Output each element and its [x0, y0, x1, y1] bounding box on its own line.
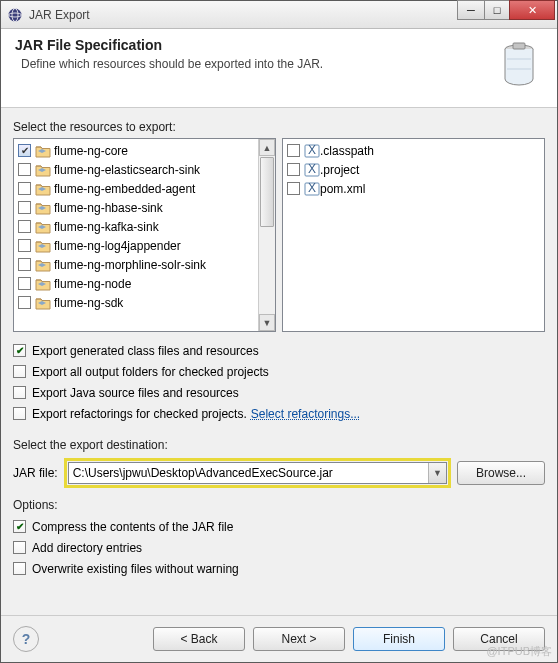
list-checkbox[interactable] [287, 163, 300, 176]
tree-item-label: flume-ng-node [54, 277, 131, 291]
jar-file-combo[interactable]: ▼ [68, 462, 447, 484]
options-label: Options: [13, 498, 545, 512]
jar-icon [495, 37, 543, 93]
select-refactorings-link[interactable]: Select refactorings... [251, 407, 360, 421]
list-item-label: .project [320, 163, 359, 177]
option-row: Export Java source files and resources [13, 382, 545, 403]
next-button[interactable]: Next > [253, 627, 345, 651]
option-label: Overwrite existing files without warning [32, 562, 239, 576]
svg-text:X: X [308, 163, 316, 176]
scroll-down[interactable]: ▼ [259, 314, 275, 331]
scrollbar[interactable]: ▲ ▼ [258, 139, 275, 331]
option-row: Export generated class files and resourc… [13, 340, 545, 361]
option-checkbox[interactable] [13, 562, 26, 575]
option-label: Export generated class files and resourc… [32, 344, 259, 358]
browse-button[interactable]: Browse... [457, 461, 545, 485]
tree-checkbox[interactable] [18, 163, 31, 176]
jar-file-label: JAR file: [13, 466, 58, 480]
option-checkbox[interactable] [13, 365, 26, 378]
tree-item-label: flume-ng-core [54, 144, 128, 158]
help-button[interactable]: ? [13, 626, 39, 652]
option-checkbox[interactable] [13, 541, 26, 554]
tree-item-label: flume-ng-embedded-agent [54, 182, 195, 196]
tree-item[interactable]: flume-ng-elasticsearch-sink [14, 160, 258, 179]
option-checkbox[interactable] [13, 386, 26, 399]
tree-item[interactable]: flume-ng-hbase-sink [14, 198, 258, 217]
list-item[interactable]: X.project [283, 160, 544, 179]
scroll-thumb[interactable] [260, 157, 274, 227]
maximize-button[interactable]: □ [484, 0, 510, 20]
tree-item[interactable]: flume-ng-morphline-solr-sink [14, 255, 258, 274]
tree-item[interactable]: flume-ng-embedded-agent [14, 179, 258, 198]
tree-checkbox[interactable] [18, 239, 31, 252]
list-item-label: .classpath [320, 144, 374, 158]
tree-item-label: flume-ng-hbase-sink [54, 201, 163, 215]
finish-button[interactable]: Finish [353, 627, 445, 651]
tree-item[interactable]: flume-ng-node [14, 274, 258, 293]
tree-item-label: flume-ng-morphline-solr-sink [54, 258, 206, 272]
svg-rect-4 [513, 43, 525, 49]
option-checkbox[interactable] [13, 344, 26, 357]
jar-file-input[interactable] [69, 463, 428, 483]
svg-point-0 [9, 8, 22, 21]
export-refactorings-row: Export refactorings for checked projects… [13, 403, 545, 424]
page-subtitle: Define which resources should be exporte… [21, 57, 495, 71]
tree-checkbox[interactable] [18, 258, 31, 271]
close-button[interactable]: ✕ [509, 0, 555, 20]
back-button[interactable]: < Back [153, 627, 245, 651]
tree-item-label: flume-ng-elasticsearch-sink [54, 163, 200, 177]
tree-item-label: flume-ng-kafka-sink [54, 220, 159, 234]
tree-item[interactable]: flume-ng-kafka-sink [14, 217, 258, 236]
tree-item-label: flume-ng-sdk [54, 296, 123, 310]
option-row: Add directory entries [13, 537, 545, 558]
dropdown-arrow-icon[interactable]: ▼ [428, 463, 446, 483]
scroll-up[interactable]: ▲ [259, 139, 275, 156]
tree-checkbox[interactable] [18, 296, 31, 309]
tree-item-label: flume-ng-log4jappender [54, 239, 181, 253]
svg-text:X: X [308, 182, 316, 195]
tree-checkbox[interactable] [18, 182, 31, 195]
tree-item[interactable]: flume-ng-core [14, 141, 258, 160]
tree-checkbox[interactable] [18, 220, 31, 233]
resources-label: Select the resources to export: [13, 120, 545, 134]
option-label: Compress the contents of the JAR file [32, 520, 233, 534]
minimize-button[interactable]: ─ [457, 0, 485, 20]
button-bar: ? < Back Next > Finish Cancel [1, 615, 557, 662]
files-list[interactable]: X.classpathX.projectXpom.xml [282, 138, 545, 332]
jar-export-dialog: JAR Export ─ □ ✕ JAR File Specification … [0, 0, 558, 663]
tree-checkbox[interactable] [18, 201, 31, 214]
tree-checkbox[interactable] [18, 144, 31, 157]
jar-file-highlight: ▼ [64, 458, 451, 488]
titlebar: JAR Export ─ □ ✕ [1, 1, 557, 29]
list-item[interactable]: X.classpath [283, 141, 544, 160]
tree-item[interactable]: flume-ng-sdk [14, 293, 258, 312]
tree-item[interactable]: flume-ng-log4jappender [14, 236, 258, 255]
watermark: @ITPUB博客 [486, 644, 552, 659]
eclipse-icon [7, 7, 23, 23]
option-label: Export all output folders for checked pr… [32, 365, 269, 379]
option-row: Overwrite existing files without warning [13, 558, 545, 579]
svg-text:X: X [308, 144, 316, 157]
tree-checkbox[interactable] [18, 277, 31, 290]
option-label: Add directory entries [32, 541, 142, 555]
projects-tree[interactable]: flume-ng-coreflume-ng-elasticsearch-sink… [13, 138, 276, 332]
page-title: JAR File Specification [15, 37, 495, 53]
export-refactorings-label: Export refactorings for checked projects… [32, 407, 247, 421]
window-buttons: ─ □ ✕ [458, 0, 555, 20]
option-row: Compress the contents of the JAR file [13, 516, 545, 537]
list-item[interactable]: Xpom.xml [283, 179, 544, 198]
list-item-label: pom.xml [320, 182, 365, 196]
option-checkbox[interactable] [13, 520, 26, 533]
destination-label: Select the export destination: [13, 438, 545, 452]
wizard-banner: JAR File Specification Define which reso… [1, 29, 557, 108]
list-checkbox[interactable] [287, 144, 300, 157]
list-checkbox[interactable] [287, 182, 300, 195]
export-refactorings-checkbox[interactable] [13, 407, 26, 420]
option-label: Export Java source files and resources [32, 386, 239, 400]
option-row: Export all output folders for checked pr… [13, 361, 545, 382]
